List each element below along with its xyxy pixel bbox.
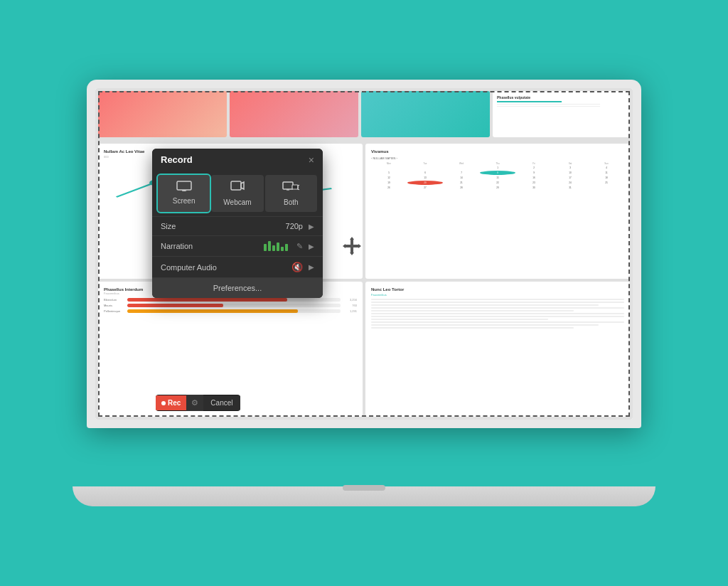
text-card-sub: Faucemibus — [371, 293, 624, 297]
laptop: Phasellus vulputate Nullam Ac Leo Vitae … — [73, 80, 655, 506]
svg-marker-8 — [350, 237, 354, 240]
source-webcam-label: Webcam — [223, 198, 251, 206]
source-webcam[interactable]: Webcam — [211, 175, 263, 212]
audio-muted-icon: 🔇 — [291, 262, 303, 272]
calendar-title: Vivamus — [371, 149, 624, 154]
cal-nav-label: ‹ NULLAM SAPIEN › — [371, 156, 397, 160]
svg-marker-9 — [350, 252, 354, 255]
narration-label: Narration — [161, 242, 258, 250]
size-value: 720p — [286, 222, 303, 230]
svg-marker-10 — [343, 244, 346, 248]
source-screen-label: Screen — [173, 197, 196, 205]
screen-icon — [176, 181, 192, 194]
record-settings: Size 720p ▶ Narration — [152, 216, 323, 298]
webcam-icon — [230, 181, 245, 196]
size-row[interactable]: Size 720p ▶ — [152, 216, 323, 235]
rec-dot — [161, 401, 166, 405]
thumb-3 — [361, 91, 490, 137]
rec-bar: Rec ⚙ Cancel — [156, 395, 240, 411]
size-arrow-icon: ▶ — [309, 223, 314, 230]
audio-label: Computer Audio — [161, 263, 286, 272]
narration-bars — [264, 241, 288, 251]
svg-rect-19 — [292, 185, 298, 189]
top-thumbnails: Phasellus vulputate — [98, 91, 630, 141]
preferences-button[interactable]: Preferences... — [152, 277, 323, 298]
dialog-header: Record × — [152, 149, 323, 171]
source-options: Screen Webcam — [152, 171, 323, 216]
bar-row-1: Bibendum 3,256 — [104, 298, 357, 302]
move-cursor-icon — [342, 236, 365, 259]
record-dialog: Record × — [152, 149, 323, 298]
thumb-card-line-2 — [497, 106, 600, 107]
thumb-4: Phasellus vulputate — [493, 91, 630, 137]
svg-rect-15 — [231, 181, 241, 190]
laptop-screen: Phasellus vulputate Nullam Ac Leo Vitae … — [95, 88, 633, 420]
thumb-card-bar — [497, 101, 562, 102]
narration-edit-icon: ✎ — [296, 242, 303, 251]
svg-rect-7 — [350, 238, 353, 254]
thumb-card-title: Phasellus vulputate — [497, 95, 626, 100]
source-both[interactable]: Both — [265, 175, 317, 212]
cancel-button[interactable]: Cancel — [203, 395, 240, 410]
svg-marker-16 — [241, 182, 244, 189]
source-both-label: Both — [284, 198, 299, 206]
calendar-nav: ‹ NULLAM SAPIEN › — [371, 156, 624, 160]
thumb-card-line — [497, 104, 600, 105]
svg-marker-11 — [358, 244, 361, 248]
source-screen[interactable]: Screen — [158, 175, 210, 212]
thumb-2 — [230, 91, 358, 137]
screen-content: Phasellus vulputate Nullam Ac Leo Vitae … — [95, 88, 633, 420]
text-card: Nunc Leo Tortor Faucemibus — [365, 282, 630, 417]
narration-row[interactable]: Narration ✎ ▶ — [152, 235, 323, 256]
text-card-title: Nunc Leo Tortor — [371, 287, 624, 292]
narration-arrow-icon: ▶ — [309, 243, 314, 250]
thumb-1 — [98, 91, 227, 137]
svg-rect-17 — [283, 182, 293, 189]
bar-row-2: Mauris 760 — [104, 304, 357, 307]
laptop-base — [73, 486, 655, 506]
svg-rect-12 — [177, 181, 191, 190]
both-icon — [282, 181, 299, 196]
audio-arrow-icon: ▶ — [309, 263, 314, 271]
audio-row[interactable]: Computer Audio 🔇 ▶ — [152, 256, 323, 277]
rec-gear-button[interactable]: ⚙ — [186, 395, 203, 411]
calendar-grid: Mon Tue Wed Thu Fri Sat Sun 1 2 — [371, 162, 624, 190]
svg-marker-20 — [298, 185, 299, 190]
calendar-card: Vivamus ‹ NULLAM SAPIEN › Mon Tue Wed Th… — [365, 144, 630, 279]
laptop-hinge — [343, 485, 385, 491]
dialog-title: Record — [161, 154, 193, 165]
close-button[interactable]: × — [309, 155, 314, 165]
rec-label: Rec — [168, 399, 181, 407]
size-label: Size — [161, 222, 280, 230]
bar-row-3: Pellentesque 1,291 — [104, 309, 357, 313]
screen-bezel: Phasellus vulputate Nullam Ac Leo Vitae … — [87, 80, 641, 428]
rec-button[interactable]: Rec — [156, 395, 186, 410]
